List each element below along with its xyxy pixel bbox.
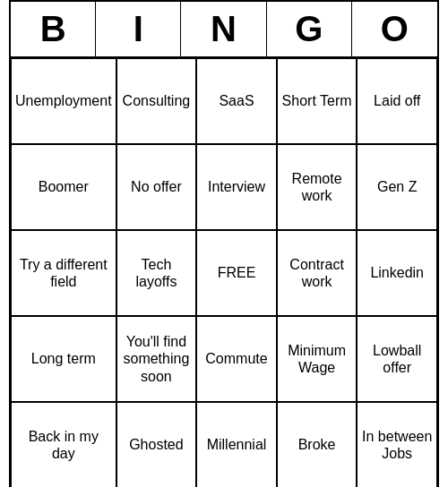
bingo-cell: Contract work xyxy=(277,230,358,316)
bingo-cell: No offer xyxy=(116,144,197,230)
bingo-cell: Minimum Wage xyxy=(277,316,358,402)
cell-text: Contract work xyxy=(281,256,353,290)
cell-text: Minimum Wage xyxy=(281,342,353,376)
cell-text: Try a different field xyxy=(15,256,112,290)
cell-text: Millennial xyxy=(207,436,267,453)
cell-text: Linkedin xyxy=(370,264,424,281)
bingo-cell: Millennial xyxy=(196,402,277,487)
bingo-cell: Long term xyxy=(11,316,116,402)
cell-text: You'll find something soon xyxy=(121,333,193,385)
cell-text: Broke xyxy=(298,436,336,453)
cell-text: Long term xyxy=(31,350,96,367)
bingo-cell: Commute xyxy=(196,316,277,402)
cell-text: FREE xyxy=(218,264,256,281)
bingo-cell: Consulting xyxy=(116,58,197,144)
bingo-cell: Interview xyxy=(196,144,277,230)
cell-text: Unemployment xyxy=(15,92,112,109)
bingo-cell: SaaS xyxy=(196,58,277,144)
bingo-cell: In between Jobs xyxy=(357,402,437,487)
bingo-cell: Linkedin xyxy=(357,230,437,316)
bingo-cell: Unemployment xyxy=(11,58,116,144)
cell-text: Boomer xyxy=(39,178,89,195)
bingo-cell: Short Term xyxy=(277,58,358,144)
cell-text: Short Term xyxy=(282,92,352,109)
cell-text: Tech layoffs xyxy=(121,256,193,290)
cell-text: Commute xyxy=(205,350,267,367)
bingo-cell: FREE xyxy=(196,230,277,316)
header-letter: O xyxy=(352,2,437,56)
bingo-cell: You'll find something soon xyxy=(116,316,197,402)
cell-text: Lowball offer xyxy=(361,342,433,376)
cell-text: Interview xyxy=(208,178,265,195)
cell-text: Back in my day xyxy=(15,428,112,462)
cell-text: Remote work xyxy=(281,170,353,204)
bingo-cell: Laid off xyxy=(357,58,437,144)
bingo-cell: Ghosted xyxy=(116,402,197,487)
bingo-cell: Broke xyxy=(277,402,358,487)
header-letter: B xyxy=(11,2,96,56)
bingo-grid: UnemploymentConsultingSaaSShort TermLaid… xyxy=(11,58,437,487)
header-letter: G xyxy=(267,2,352,56)
bingo-card: BINGO UnemploymentConsultingSaaSShort Te… xyxy=(9,0,439,487)
bingo-cell: Try a different field xyxy=(11,230,116,316)
cell-text: In between Jobs xyxy=(361,428,433,462)
bingo-cell: Tech layoffs xyxy=(116,230,197,316)
cell-text: Ghosted xyxy=(129,436,183,453)
bingo-cell: Remote work xyxy=(277,144,358,230)
bingo-cell: Back in my day xyxy=(11,402,116,487)
cell-text: Laid off xyxy=(374,92,420,109)
bingo-header: BINGO xyxy=(11,2,437,58)
header-letter: I xyxy=(96,2,181,56)
cell-text: SaaS xyxy=(219,92,254,109)
cell-text: Gen Z xyxy=(377,178,417,195)
header-letter: N xyxy=(181,2,266,56)
bingo-cell: Lowball offer xyxy=(357,316,437,402)
bingo-cell: Boomer xyxy=(11,144,116,230)
cell-text: No offer xyxy=(131,178,182,195)
cell-text: Consulting xyxy=(123,92,191,109)
bingo-cell: Gen Z xyxy=(357,144,437,230)
